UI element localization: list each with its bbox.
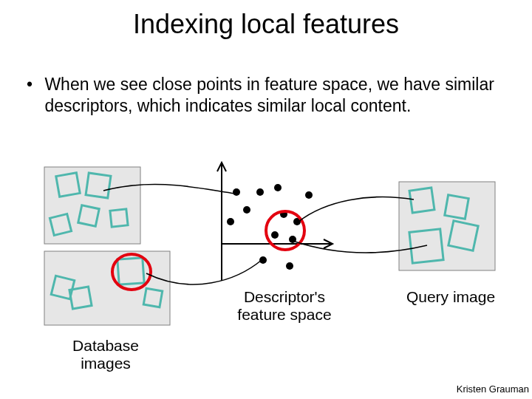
svg-point-23 [271, 231, 279, 239]
feature-space-points [227, 184, 313, 270]
credit-text: Kristen Grauman [457, 383, 529, 395]
database-image-1 [44, 167, 140, 244]
slide: Indexing local features • When we see cl… [0, 0, 532, 399]
svg-point-16 [243, 206, 250, 214]
svg-point-26 [286, 262, 293, 270]
database-images-label: Database images [58, 337, 154, 372]
svg-point-20 [305, 191, 313, 199]
svg-point-15 [233, 188, 240, 196]
svg-point-19 [274, 184, 282, 191]
svg-point-18 [256, 188, 264, 196]
descriptor-space-label: Descriptor's feature space [222, 288, 347, 324]
feature-space-axes [217, 163, 332, 281]
svg-point-25 [259, 256, 267, 264]
query-image-label: Query image [399, 288, 502, 306]
svg-point-17 [227, 218, 234, 225]
query-image-box [399, 182, 495, 270]
